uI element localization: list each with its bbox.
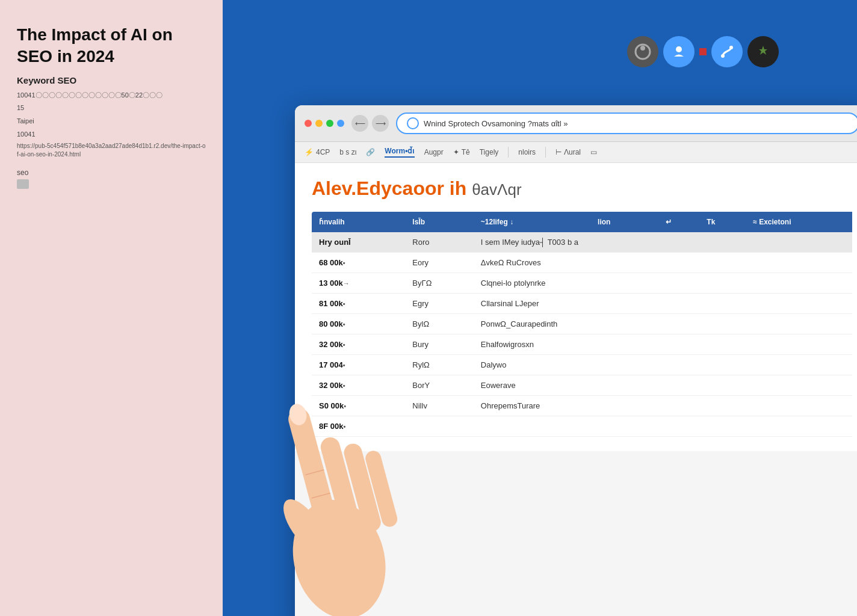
toolbar-item-4[interactable]: Worm•d̈ι (385, 147, 414, 158)
cell-type-0: Eory (405, 253, 473, 273)
col-header-3: lion (590, 212, 658, 232)
toolbar-item-1[interactable]: ⚡ 4CP (305, 148, 330, 156)
dot-red (699, 48, 707, 55)
toolbar-item-7[interactable]: Tigely (480, 148, 499, 156)
close-button[interactable] (305, 120, 312, 127)
cell-extra2-1 (699, 273, 746, 294)
minimize-button[interactable] (315, 120, 323, 127)
toolbar-divider-2 (545, 147, 546, 158)
subtitle: Keyword SEO (17, 75, 206, 85)
browser-window: ⟵ ⟶ Wnind Sprotech Ovsamoning ?mats αΐtl… (295, 105, 857, 616)
cell-extra1-5 (658, 355, 700, 375)
cell-extra1-6 (658, 375, 700, 396)
icon-circle-2 (663, 36, 695, 67)
cell-extra3-8 (746, 416, 852, 437)
cell-extra1-8 (658, 416, 700, 437)
browser-chrome: ⟵ ⟶ Wnind Sprotech Ovsamoning ?mats αΐtl… (295, 105, 857, 142)
cell-extra3-4 (746, 334, 852, 355)
cell-vol-7: S0 00k• (312, 396, 405, 416)
toolbar-icon-9: ⊢ (555, 148, 562, 156)
page-heading: Alev.Edycaoor ih θavΛqr (312, 177, 852, 200)
cell-extra2-0 (699, 253, 746, 273)
cell-vol-8: 8F 00k• (312, 416, 405, 437)
cell-extra1-0 (658, 253, 700, 273)
table-header-row: ɦnvalih lsĪb ~12lifeg ↓ lion ↵ Tk ≈ Exci… (312, 212, 852, 232)
cell-type-2: Egry (405, 294, 473, 314)
cell-extra3-3 (746, 314, 852, 334)
icon-circle-3 (711, 36, 743, 67)
toolbar-item-5[interactable]: Augpr (424, 148, 444, 156)
svg-point-2 (676, 46, 682, 52)
table-row: S0 00k• Nillv OhrepemsTurare (312, 396, 852, 416)
cell-name-1: Clqnei-lo ptolynrke (474, 273, 658, 294)
meta-line1: 10041〇〇〇〇〇〇〇〇〇〇〇〇〇50〇22〇〇〇 (17, 90, 206, 101)
svg-marker-5 (759, 46, 767, 55)
col-header-6: ≈ Excietoni (746, 212, 852, 232)
cell-name-0: ΔvkeΩ RuCroves (474, 253, 658, 273)
cell-extra3-5 (746, 355, 852, 375)
table-row: 17 004• RylΩ Dalywo (312, 355, 852, 375)
svg-point-4 (721, 54, 725, 58)
cell-extra1-7 (658, 396, 700, 416)
heading-sub: ih (444, 177, 466, 199)
browser-toolbar: ⚡ 4CP b s zι 🔗 Worm•d̈ι Augpr ✦ Tē Tigel… (295, 142, 857, 163)
meta-line4: 10041 (17, 129, 206, 140)
subheader-0: Hry ounĪ (312, 232, 405, 253)
cell-type-6: BorΥ (405, 375, 473, 396)
cell-extra3-2 (746, 294, 852, 314)
toolbar-item-10[interactable]: ▭ (590, 148, 597, 156)
icon-circle-1 (627, 36, 658, 67)
toolbar-item-8[interactable]: nloirs (518, 148, 536, 156)
maximize-button[interactable] (326, 120, 333, 127)
address-bar[interactable]: Wnind Sprotech Ovsamoning ?mats αΐtl » (396, 112, 857, 134)
cell-extra2-3 (699, 314, 746, 334)
toolbar-icon-10: ▭ (590, 148, 597, 156)
col-header-1: lsĪb (405, 212, 473, 232)
cell-name-6: Eowerave (474, 375, 658, 396)
page-title: The Impact of AI on SEO in 2024 (17, 24, 206, 68)
cell-extra2-7 (699, 396, 746, 416)
cell-extra3-0 (746, 253, 852, 273)
toolbar-label-2: b s zι (339, 148, 356, 156)
cell-vol-2: 81 00k• (312, 294, 405, 314)
sidebar: The Impact of AI on SEO in 2024 Keyword … (0, 0, 223, 616)
toolbar-label-6: Tē (462, 148, 470, 156)
toolbar-icon-1: ⚡ (305, 148, 314, 156)
forward-icon: ⟶ (376, 119, 386, 128)
cell-vol-0: 68 00k• (312, 253, 405, 273)
back-button[interactable]: ⟵ (351, 115, 368, 132)
cell-extra1-2 (658, 294, 700, 314)
toolbar-item-3[interactable]: 🔗 (366, 148, 375, 156)
toolbar-item-9[interactable]: ⊢ Ʌural (555, 148, 581, 156)
cell-type-8 (405, 416, 473, 437)
toolbar-icon-3: 🔗 (366, 148, 375, 156)
cell-name-7: OhrepemsTurare (474, 396, 658, 416)
address-text: Wnind Sprotech Ovsamoning ?mats αΐtl » (424, 119, 849, 128)
forward-button[interactable]: ⟶ (372, 115, 389, 132)
table-subheader-row: Hry ounĪ Roro I sem IMey iudya┤ T003 b a (312, 232, 852, 253)
toolbar-item-2[interactable]: b s zι (339, 148, 356, 156)
cell-name-8 (474, 416, 658, 437)
browser-logo (407, 117, 419, 129)
toolbar-label-9: Ʌural (564, 148, 581, 156)
heading-main: Alev. (312, 177, 356, 199)
toolbar-item-6[interactable]: ✦ Tē (453, 148, 470, 156)
cell-vol-1: 13 00k→ (312, 273, 405, 294)
data-table: ɦnvalih lsĪb ~12lifeg ↓ lion ↵ Tk ≈ Exci… (312, 212, 852, 437)
toolbar-label-7: Tigely (480, 148, 499, 156)
svg-point-1 (640, 46, 645, 51)
extra-button[interactable] (337, 120, 344, 127)
toolbar-divider (508, 147, 509, 158)
cell-extra3-6 (746, 375, 852, 396)
toolbar-label-8: nloirs (518, 148, 536, 156)
col-header-4: ↵ (658, 212, 700, 232)
top-icons-bar (627, 36, 779, 67)
main-area: ⟵ ⟶ Wnind Sprotech Ovsamoning ?mats αΐtl… (223, 0, 857, 616)
meta-line2: 15 (17, 103, 206, 114)
cell-extra2-4 (699, 334, 746, 355)
traffic-lights (305, 120, 344, 127)
cell-extra3-1 (746, 273, 852, 294)
tag-label: seo (17, 168, 206, 177)
cell-type-4: Bury (405, 334, 473, 355)
toolbar-label-4: Worm•d̈ι (385, 147, 414, 155)
